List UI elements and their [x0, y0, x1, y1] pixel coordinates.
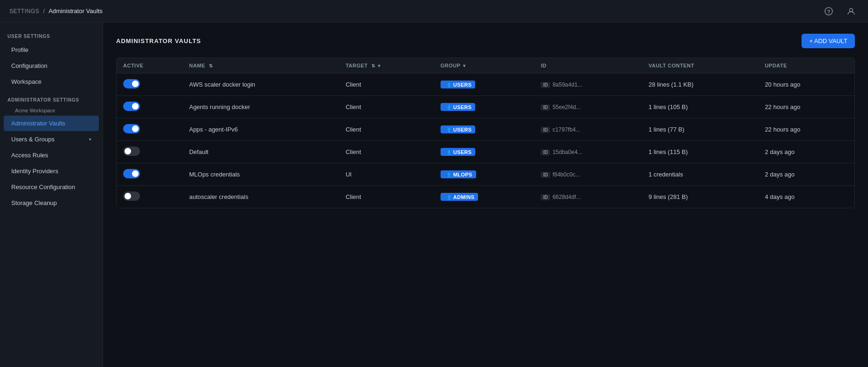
sidebar-item-configuration-label: Configuration [11, 62, 47, 69]
chevron-down-icon: ▾ [89, 137, 91, 142]
add-vault-button[interactable]: + ADD VAULT [802, 34, 855, 48]
active-toggle-2[interactable] [123, 124, 140, 133]
toggle-cell-2 [117, 118, 183, 141]
sidebar-item-access-rules[interactable]: Access Rules [4, 147, 99, 163]
toggle-cell-3 [117, 141, 183, 163]
sidebar-item-admin-vaults-label: Administrator Vaults [11, 120, 65, 127]
group-filter-icon: ▾ [463, 63, 466, 68]
group-cell-5: 👥 ADMINS [434, 186, 534, 208]
update-cell-1: 22 hours ago [758, 96, 854, 118]
name-cell-4: MLOps credentials [183, 163, 339, 186]
group-badge-icon: 👥 [444, 149, 451, 155]
sidebar-item-storage-cleanup[interactable]: Storage Cleanup [4, 195, 99, 211]
user-icon [847, 7, 855, 15]
main-content: ADMINISTRATOR VAULTS + ADD VAULT ACTIVE … [103, 22, 868, 367]
svg-text:?: ? [827, 8, 831, 14]
table-row[interactable]: Apps - agent-IPv6Client 👥 USERS ID c1797… [117, 118, 854, 141]
table-row[interactable]: Agents running dockerClient 👥 USERS ID 5… [117, 96, 854, 118]
sidebar-item-resource-configuration[interactable]: Resource Configuration [4, 179, 99, 195]
target-filter-icon: ▾ [378, 63, 381, 68]
id-prefix-label: ID [541, 172, 550, 178]
sidebar-item-admin-vaults[interactable]: Administrator Vaults [4, 116, 99, 131]
col-target[interactable]: TARGET ⇅ ▾ [339, 58, 434, 73]
active-toggle-3[interactable] [123, 147, 140, 156]
update-cell-2: 22 hours ago [758, 118, 854, 141]
sidebar-item-users-groups-label: Users & Groups [11, 136, 54, 143]
table-row[interactable]: DefaultClient 👥 USERS ID 15dba0e4... 1 l… [117, 141, 854, 163]
sidebar-item-access-rules-label: Access Rules [11, 152, 48, 159]
sidebar-item-identity-providers[interactable]: Identity Providers [4, 163, 99, 179]
main-layout: USER SETTINGS Profile Configuration Work… [0, 22, 868, 367]
help-icon: ? [824, 7, 833, 15]
col-update: UPDATE [758, 58, 854, 73]
active-toggle-5[interactable] [123, 191, 140, 201]
sidebar-item-profile[interactable]: Profile [4, 42, 99, 58]
col-id-label: ID [541, 63, 546, 68]
col-name[interactable]: NAME ⇅ [183, 58, 339, 73]
workspace-name-label: Acme Workspace [4, 106, 99, 115]
id-cell-4: ID f84b0c0c... [534, 163, 642, 186]
vault-content-cell-0: 28 lines (1.1 KB) [642, 73, 758, 96]
settings-link[interactable]: SETTINGS [9, 8, 39, 15]
group-cell-4: 👥 MLOPS [434, 163, 534, 186]
id-badge: ID 15dba0e4... [541, 149, 582, 155]
group-cell-2: 👥 USERS [434, 118, 534, 141]
toggle-cell-0 [117, 73, 183, 96]
sidebar-item-workspace[interactable]: Workspace [4, 74, 99, 89]
col-vault-content: VAULT CONTENT [642, 58, 758, 73]
target-cell-4: UI [339, 163, 434, 186]
toggle-track [123, 191, 140, 201]
active-toggle-0[interactable] [123, 79, 140, 88]
col-active-label: ACTIVE [123, 63, 143, 68]
col-name-label: NAME [189, 63, 205, 68]
table-row[interactable]: MLOps credentialsUI 👥 MLOPS ID f84b0c0c.… [117, 163, 854, 186]
vaults-table-container: ACTIVE NAME ⇅ TARGET ⇅ ▾ GROUP [116, 58, 855, 208]
id-value: c1797fb4... [552, 126, 580, 133]
id-badge: ID f84b0c0c... [541, 171, 580, 178]
user-menu-button[interactable] [844, 4, 859, 19]
sidebar-item-profile-label: Profile [11, 46, 29, 53]
id-value: f84b0c0c... [552, 171, 580, 178]
id-badge: ID c1797fb4... [541, 126, 580, 133]
target-sort-icon: ⇅ [371, 63, 375, 68]
active-toggle-1[interactable] [123, 102, 140, 111]
sidebar-item-users-groups[interactable]: Users & Groups ▾ [4, 132, 99, 147]
id-cell-5: ID 6628d4df... [534, 186, 642, 208]
table-body: AWS scaler docker loginClient 👥 USERS ID… [117, 73, 854, 208]
update-cell-0: 20 hours ago [758, 73, 854, 96]
table-row[interactable]: AWS scaler docker loginClient 👥 USERS ID… [117, 73, 854, 96]
sidebar-item-configuration[interactable]: Configuration [4, 58, 99, 73]
vault-content-cell-3: 1 lines (115 B) [642, 141, 758, 163]
header-actions: ? [821, 4, 859, 19]
vault-content-cell-1: 1 lines (105 B) [642, 96, 758, 118]
sidebar-item-resource-configuration-label: Resource Configuration [11, 184, 75, 191]
group-badge: 👥 MLOPS [441, 170, 476, 178]
svg-point-2 [850, 8, 853, 12]
update-cell-5: 4 days ago [758, 186, 854, 208]
sidebar-item-storage-cleanup-label: Storage Cleanup [11, 199, 57, 206]
id-prefix-label: ID [541, 149, 550, 155]
col-target-label: TARGET [346, 63, 368, 68]
target-cell-0: Client [339, 73, 434, 96]
group-cell-3: 👥 USERS [434, 141, 534, 163]
table-header: ACTIVE NAME ⇅ TARGET ⇅ ▾ GROUP [117, 58, 854, 73]
active-toggle-4[interactable] [123, 169, 140, 178]
id-prefix-label: ID [541, 194, 550, 200]
col-group-label: GROUP [441, 63, 461, 68]
table-row[interactable]: autoscaler credentialsClient 👥 ADMINS ID… [117, 186, 854, 208]
id-value: 15dba0e4... [552, 149, 582, 155]
group-badge-icon: 👥 [444, 126, 451, 132]
vaults-table: ACTIVE NAME ⇅ TARGET ⇅ ▾ GROUP [117, 58, 854, 208]
sidebar-item-identity-providers-label: Identity Providers [11, 168, 58, 175]
id-value: 8a59a4d1... [552, 81, 582, 88]
toggle-thumb [132, 125, 139, 132]
target-cell-2: Client [339, 118, 434, 141]
id-prefix-label: ID [541, 104, 550, 110]
name-cell-5: autoscaler credentials [183, 186, 339, 208]
group-badge-label: ADMINS [453, 194, 474, 200]
id-badge: ID 6628d4df... [541, 194, 581, 200]
target-cell-5: Client [339, 186, 434, 208]
group-badge: 👥 USERS [441, 125, 476, 133]
help-button[interactable]: ? [821, 4, 836, 19]
col-group[interactable]: GROUP ▾ [434, 58, 534, 73]
